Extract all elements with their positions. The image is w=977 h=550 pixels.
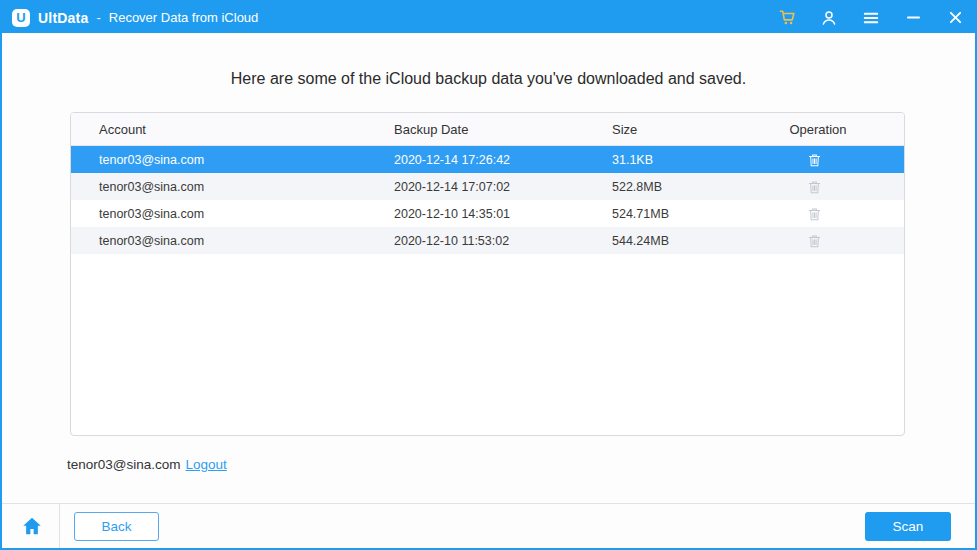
row-size: 31.1KB (584, 153, 746, 167)
column-header-account: Account (71, 122, 366, 137)
table-row[interactable]: tenor03@sina.com 2020-12-14 17:07:02 522… (71, 173, 904, 200)
row-account: tenor03@sina.com (71, 207, 366, 221)
table-row[interactable]: tenor03@sina.com 2020-12-10 11:53:02 544… (71, 227, 904, 254)
row-size: 544.24MB (584, 234, 746, 248)
column-header-backup-date: Backup Date (366, 122, 584, 137)
row-account: tenor03@sina.com (71, 153, 366, 167)
page-heading: Here are some of the iCloud backup data … (2, 70, 975, 88)
cart-icon[interactable] (777, 8, 797, 28)
row-account: tenor03@sina.com (71, 234, 366, 248)
app-logo-icon: U (12, 9, 30, 27)
row-backup-date: 2020-12-14 17:26:42 (366, 153, 584, 167)
row-account: tenor03@sina.com (71, 180, 366, 194)
table-row[interactable]: tenor03@sina.com 2020-12-14 17:26:42 31.… (71, 146, 904, 173)
trash-icon[interactable] (808, 207, 821, 221)
titlebar: U UltData - Recover Data from iCloud (2, 2, 975, 33)
scan-button[interactable]: Scan (865, 512, 951, 541)
row-backup-date: 2020-12-10 11:53:02 (366, 234, 584, 248)
trash-icon[interactable] (808, 234, 821, 248)
logout-link[interactable]: Logout (186, 457, 227, 472)
app-name: UltData (38, 10, 88, 26)
logo-letter: U (16, 11, 25, 24)
logged-in-email: tenor03@sina.com (67, 457, 181, 472)
footer-divider (59, 504, 60, 548)
app-window: U UltData - Recover Data from iCloud (0, 0, 977, 550)
page-title: Recover Data from iCloud (109, 10, 259, 25)
title-separator: - (96, 10, 100, 25)
column-header-size: Size (584, 122, 746, 137)
account-icon[interactable] (819, 8, 839, 28)
table-row[interactable]: tenor03@sina.com 2020-12-10 14:35:01 524… (71, 200, 904, 227)
titlebar-actions (777, 8, 965, 28)
minimize-icon[interactable] (903, 8, 923, 28)
backup-table: Account Backup Date Size Operation tenor… (70, 112, 905, 436)
back-button[interactable]: Back (74, 512, 159, 541)
trash-icon[interactable] (808, 153, 821, 167)
table-header-row: Account Backup Date Size Operation (71, 113, 904, 146)
home-icon[interactable] (20, 514, 44, 538)
column-header-operation: Operation (746, 122, 904, 137)
menu-icon[interactable] (861, 8, 881, 28)
row-backup-date: 2020-12-14 17:07:02 (366, 180, 584, 194)
row-size: 522.8MB (584, 180, 746, 194)
close-icon[interactable] (945, 8, 965, 28)
row-backup-date: 2020-12-10 14:35:01 (366, 207, 584, 221)
account-bar: tenor03@sina.comLogout (67, 457, 227, 472)
trash-icon[interactable] (808, 180, 821, 194)
footer-bar: Back Scan (2, 503, 975, 548)
row-size: 524.71MB (584, 207, 746, 221)
